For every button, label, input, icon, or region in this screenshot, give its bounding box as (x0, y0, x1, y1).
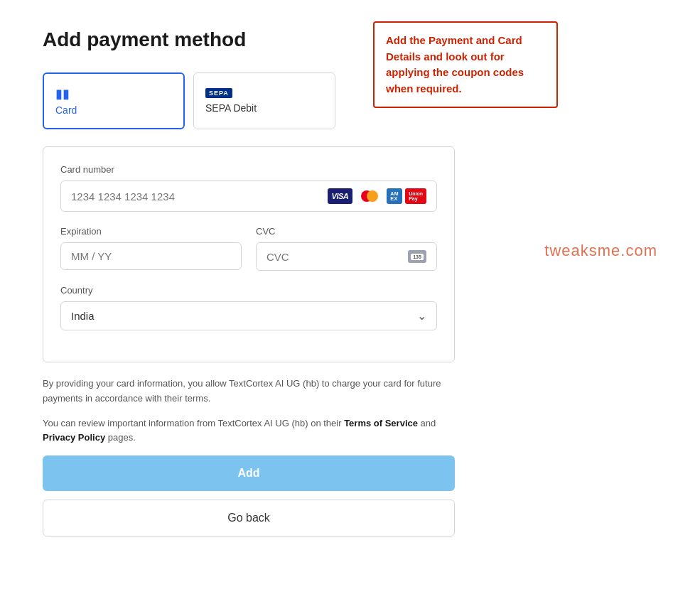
unionpay-logo: UnionPay (405, 188, 426, 204)
amex-logo: AMEX (387, 188, 402, 204)
card-number-label: Card number (60, 164, 437, 175)
cvc-badge: 135 (411, 254, 424, 260)
country-label: Country (60, 285, 437, 296)
tooltip-box: Add the Payment and Card Details and loo… (373, 21, 558, 108)
tab-sepa[interactable]: SEPA SEPA Debit (193, 72, 335, 129)
payment-form: Card number VISA AMEX UnionPay Expiratio… (43, 146, 455, 362)
legal-text-2-before: You can review important information fro… (43, 418, 344, 428)
privacy-policy-link[interactable]: Privacy Policy (43, 432, 105, 443)
cvc-wrapper: 135 (256, 242, 437, 271)
legal-text-2-between: and (418, 418, 436, 428)
watermark: tweaksme.com (544, 242, 657, 260)
legal-text-1: By providing your card information, you … (43, 377, 448, 406)
cvc-card-icon: 135 (408, 250, 426, 263)
card-number-row: VISA AMEX UnionPay (60, 180, 437, 212)
chevron-down-icon: ⌄ (417, 309, 426, 323)
country-value: India (71, 310, 95, 322)
cvc-group: CVC 135 (256, 226, 437, 271)
legal-text-2: You can review important information fro… (43, 416, 448, 446)
sepa-badge: SEPA (205, 88, 232, 98)
country-select[interactable]: India ⌄ (60, 301, 437, 330)
legal-text-2-after: pages. (105, 432, 136, 443)
card-logos: VISA AMEX UnionPay (328, 188, 426, 204)
go-back-button[interactable]: Go back (43, 500, 455, 536)
card-number-input[interactable] (71, 190, 328, 203)
visa-logo: VISA (328, 188, 353, 204)
terms-of-service-link[interactable]: Terms of Service (344, 418, 418, 428)
mastercard-logo (355, 188, 384, 204)
cvc-label: CVC (256, 226, 437, 237)
tab-sepa-label: SEPA Debit (205, 102, 257, 114)
credit-card-icon: ▮▮ (55, 86, 70, 102)
expiry-cvc-row: Expiration CVC 135 (60, 226, 437, 271)
page-title: Add payment method (43, 28, 657, 51)
expiration-input[interactable] (60, 242, 242, 270)
tab-card-label: Card (55, 104, 77, 116)
tab-card[interactable]: ▮▮ Card (43, 72, 185, 129)
tooltip-text: Add the Payment and Card Details and loo… (386, 33, 545, 97)
mc-circle-right (367, 190, 378, 202)
add-button[interactable]: Add (43, 455, 455, 491)
expiration-group: Expiration (60, 226, 242, 271)
expiration-label: Expiration (60, 226, 242, 237)
cvc-input[interactable] (266, 251, 408, 263)
